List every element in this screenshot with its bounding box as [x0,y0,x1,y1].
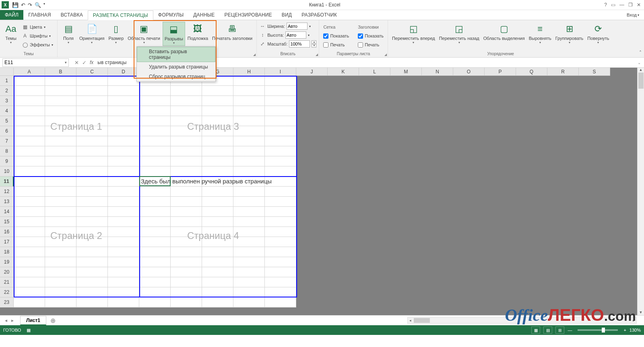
column-header[interactable]: Q [516,68,547,76]
macro-record-icon[interactable]: ▦ [27,328,31,333]
column-header[interactable]: K [328,68,359,76]
column-header[interactable]: C [76,68,108,76]
page-setup-launcher[interactable]: ◢ [253,53,256,56]
row-header[interactable]: 7 [0,136,14,146]
tab-view[interactable]: ВИД [277,10,297,20]
app-icon[interactable]: X [2,1,9,8]
expand-formula-bar-icon[interactable]: ⌄ [634,60,644,65]
orientation-button[interactable]: 📄Ориентация▾ [78,22,106,45]
scale-launcher[interactable]: ◢ [316,53,318,56]
width-input[interactable] [287,23,308,30]
row-header[interactable]: 11 [0,177,14,187]
row-header[interactable]: 5 [0,116,14,126]
select-all-button[interactable] [0,68,14,76]
rotate-button[interactable]: ⟳Повернуть▾ [586,22,611,45]
background-button[interactable]: 🖼Подложка [186,22,210,42]
zoom-out-button[interactable]: — [568,328,572,332]
column-header[interactable]: N [422,68,453,76]
headings-view-checkbox[interactable] [358,33,363,39]
tab-data[interactable]: ДАННЫЕ [188,10,219,20]
row-header[interactable]: 10 [0,166,14,177]
cancel-formula-icon[interactable]: ✕ [74,60,79,66]
selection-pane-button[interactable]: ▢Область выделения [482,22,526,42]
tab-review[interactable]: РЕЦЕНЗИРОВАНИЕ [220,10,277,20]
row-header[interactable]: 16 [0,227,14,237]
help-icon[interactable]: ? [604,2,607,8]
gridlines-view-checkbox[interactable] [323,33,328,39]
column-header[interactable]: S [579,68,610,76]
row-header[interactable]: 19 [0,257,14,267]
zoom-slider[interactable] [578,329,618,331]
redo-icon[interactable]: ↷ [28,2,32,8]
ribbon-options-icon[interactable]: ▭ [611,2,615,8]
effects-button[interactable]: ◯Эффекты▾ [22,40,53,49]
row-header[interactable]: 12 [0,187,14,197]
fx-icon[interactable]: fx [90,60,96,65]
row-header[interactable]: 17 [0,237,14,247]
sheet-options-launcher[interactable]: ◢ [384,53,387,56]
insert-page-break-item[interactable]: Вставить разрыв страницы [137,47,215,62]
row-header[interactable]: 23 [0,297,14,308]
touch-mode-icon[interactable]: 🔍 [35,2,41,8]
normal-view-button[interactable]: ▦ [531,326,540,334]
row-header[interactable]: 15 [0,217,14,227]
close-icon[interactable]: ✕ [637,2,641,8]
remove-page-break-item[interactable]: Удалить разрыв страницы [137,62,215,72]
row-header[interactable]: 14 [0,207,14,217]
cells-grid[interactable] [14,76,296,308]
row-header[interactable]: 2 [0,86,14,96]
reset-page-breaks-item[interactable]: Сброс разрывов страниц [137,72,215,81]
row-header[interactable]: 22 [0,287,14,297]
align-button[interactable]: ≡Выровнять▾ [527,22,553,45]
row-header[interactable]: 1 [0,76,14,86]
bring-forward-button[interactable]: ◱Переместить вперед▾ [390,22,437,45]
column-header[interactable]: M [390,68,422,76]
row-header[interactable]: 6 [0,126,14,136]
row-header[interactable]: 18 [0,247,14,257]
tab-insert[interactable]: ВСТАВКА [56,10,88,20]
vertical-scrollbar[interactable]: ▲ ▼ [637,68,644,315]
name-box[interactable]: E11▾ [2,58,69,67]
column-header[interactable]: I [265,68,296,76]
page-break-vertical[interactable] [139,76,140,297]
scale-down[interactable]: ▼ [312,44,316,48]
column-header[interactable]: H [233,68,265,76]
login-link[interactable]: Вход ▾ [627,10,644,20]
sheet-tab[interactable]: Лист1 [20,316,46,325]
zoom-level[interactable]: 130% [630,328,641,332]
sheet-nav-next-icon[interactable]: ▸ [11,318,14,323]
row-header[interactable]: 8 [0,146,14,156]
minimize-icon[interactable]: — [619,2,624,8]
namebox-dropdown-icon[interactable]: ▾ [65,60,67,64]
sheet-nav-prev-icon[interactable]: ◂ [5,318,7,323]
column-header[interactable]: B [45,68,76,76]
enter-formula-icon[interactable]: ✓ [82,60,87,66]
column-header[interactable]: P [485,68,516,76]
headings-print-checkbox[interactable] [358,42,363,48]
themes-button[interactable]: Aa Темы ▾ [2,22,19,45]
column-header[interactable]: L [359,68,390,76]
margins-button[interactable]: ▤Поля▾ [60,22,77,45]
page-break-horizontal[interactable] [14,176,297,177]
print-area-button[interactable]: ▣Область печати▾ [126,22,162,45]
send-backward-button[interactable]: ◲Переместить назад▾ [438,22,481,45]
tab-file[interactable]: ФАЙЛ [0,10,23,20]
row-header[interactable]: 4 [0,106,14,116]
save-icon[interactable]: 💾 [12,2,19,8]
column-header[interactable]: O [453,68,485,76]
print-titles-button[interactable]: 🖶Печатать заголовки [211,22,254,42]
restore-icon[interactable]: ❐ [628,2,633,8]
column-header[interactable]: A [14,68,45,76]
row-header[interactable]: 20 [0,267,14,277]
column-header[interactable]: J [296,68,328,76]
page-layout-view-button[interactable]: ▤ [543,326,552,334]
colors-button[interactable]: ▦Цвета▾ [22,23,53,31]
undo-icon[interactable]: ↶ [21,2,25,8]
tab-formulas[interactable]: ФОРМУЛЫ [153,10,188,20]
height-input[interactable] [285,31,306,39]
collapse-ribbon-icon[interactable]: ˄ [639,50,642,56]
tab-page-layout[interactable]: РАЗМЕТКА СТРАНИЦЫ [88,10,153,20]
scale-up[interactable]: ▲ [312,40,316,44]
tab-home[interactable]: ГЛАВНАЯ [23,10,56,20]
page-break-view-button[interactable]: ⊞ [555,326,564,334]
